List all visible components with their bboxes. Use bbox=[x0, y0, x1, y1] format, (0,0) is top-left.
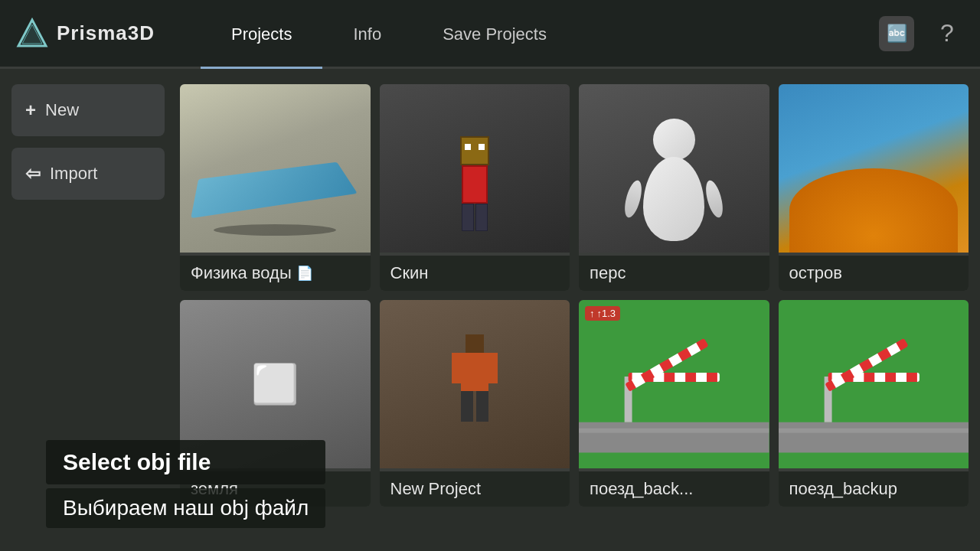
project-label-newproject: New Project bbox=[380, 471, 570, 507]
svg-rect-9 bbox=[579, 429, 769, 433]
import-button-label: Import bbox=[50, 164, 97, 184]
project-thumb-ostrov bbox=[779, 84, 969, 253]
nav-tabs: Projects Info Save Projects bbox=[201, 0, 879, 67]
project-label-skin: Скин bbox=[380, 256, 570, 291]
project-thumb-newproject bbox=[380, 300, 570, 468]
svg-rect-6 bbox=[461, 391, 473, 422]
skin-name: Скин bbox=[390, 263, 429, 283]
project-thumb-poezd2 bbox=[779, 300, 969, 468]
newproject-placeholder bbox=[380, 300, 570, 468]
svg-rect-4 bbox=[452, 353, 462, 383]
svg-rect-2 bbox=[466, 334, 484, 353]
mc-leg-r bbox=[475, 204, 488, 231]
project-thumb-skin bbox=[380, 84, 570, 253]
egg-arm-left bbox=[622, 179, 645, 220]
egg-person-shape bbox=[643, 119, 704, 241]
project-label-pers: перс bbox=[579, 256, 769, 291]
water-plane-shape bbox=[191, 161, 358, 218]
project-label-poezd1: поезд_back... bbox=[579, 471, 769, 507]
project-label-poezd2: поезд_backup bbox=[779, 471, 969, 507]
project-card-skin[interactable]: Скин bbox=[380, 84, 570, 291]
project-thumb-fisica bbox=[180, 84, 371, 253]
zemlya-placeholder: ⬜ bbox=[251, 362, 299, 406]
translate-button[interactable]: 🔤 bbox=[879, 16, 914, 51]
project-card-pers[interactable]: перс bbox=[579, 84, 769, 291]
barrier-svg1 bbox=[579, 315, 769, 453]
svg-rect-23 bbox=[825, 338, 908, 392]
newproject-name: New Project bbox=[390, 479, 482, 499]
poezd1-name: поезд_back... bbox=[590, 479, 693, 499]
new-button[interactable]: + New bbox=[11, 84, 165, 136]
island-dome-shape bbox=[789, 168, 958, 253]
prisma3d-logo-icon bbox=[15, 17, 49, 51]
translate-icon: 🔤 bbox=[887, 24, 907, 44]
svg-rect-17 bbox=[779, 422, 969, 453]
mc-head bbox=[460, 136, 489, 165]
doc-icon: 📄 bbox=[296, 265, 313, 282]
poezd2-name: поезд_backup bbox=[789, 479, 898, 499]
help-button[interactable]: ? bbox=[929, 16, 965, 51]
app-title: Prisma3D bbox=[57, 21, 155, 45]
version-badge1: ↑ ↑1.3 bbox=[585, 306, 620, 321]
overlay-text2: Выбираем наш obj файл bbox=[46, 488, 325, 528]
help-icon: ? bbox=[940, 19, 954, 47]
egg-arm-right bbox=[703, 179, 726, 220]
project-card-poezd1[interactable]: ↑ ↑1.3 поезд_back... bbox=[579, 300, 769, 507]
project-label-ostrov: остров bbox=[779, 256, 969, 291]
overlay-text1: Select obj file bbox=[46, 440, 325, 484]
pers-name: перс bbox=[590, 263, 626, 283]
ostrov-name: остров bbox=[789, 263, 842, 283]
badge-version: ↑1.3 bbox=[597, 308, 616, 319]
mc-legs bbox=[462, 204, 488, 231]
newproject-figure bbox=[444, 334, 505, 434]
app-header: Prisma3D Projects Info Save Projects 🔤 ? bbox=[0, 0, 980, 69]
barrier-container2 bbox=[779, 300, 969, 468]
mc-character-shape bbox=[460, 136, 489, 231]
barrier-svg2 bbox=[779, 315, 969, 453]
project-card-newproject[interactable]: New Project bbox=[380, 300, 570, 507]
project-card-ostrov[interactable]: остров bbox=[779, 84, 969, 291]
svg-rect-14 bbox=[625, 338, 708, 392]
logo-area: Prisma3D bbox=[15, 17, 155, 51]
svg-rect-18 bbox=[779, 429, 969, 433]
tab-projects[interactable]: Projects bbox=[201, 2, 322, 69]
fisica-name: Физика воды bbox=[191, 263, 292, 283]
water-shadow-shape bbox=[214, 224, 336, 236]
project-label-fisica: Физика воды 📄 bbox=[180, 256, 371, 291]
svg-rect-3 bbox=[461, 353, 488, 391]
svg-rect-5 bbox=[487, 353, 498, 383]
tab-save-projects[interactable]: Save Projects bbox=[412, 2, 577, 69]
tab-info[interactable]: Info bbox=[322, 2, 412, 69]
mc-body bbox=[462, 165, 488, 204]
badge-arrow: ↑ bbox=[590, 308, 595, 319]
project-card-fisica[interactable]: Физика воды 📄 bbox=[180, 84, 371, 291]
project-thumb-pers bbox=[579, 84, 769, 253]
import-icon: ⇦ bbox=[25, 163, 41, 184]
egg-head bbox=[653, 119, 695, 161]
svg-rect-7 bbox=[476, 391, 488, 422]
egg-body bbox=[643, 157, 704, 241]
overlay-container: Select obj file Выбираем наш obj файл bbox=[46, 440, 325, 528]
svg-rect-8 bbox=[579, 422, 769, 453]
barrier-container1 bbox=[579, 300, 769, 468]
import-button[interactable]: ⇦ Import bbox=[11, 148, 165, 200]
header-icons: 🔤 ? bbox=[879, 16, 965, 51]
project-thumb-poezd1: ↑ ↑1.3 bbox=[579, 300, 769, 468]
plus-icon: + bbox=[25, 99, 36, 121]
new-button-label: New bbox=[45, 100, 79, 120]
mc-leg-l bbox=[462, 204, 474, 231]
project-card-poezd2[interactable]: поезд_backup bbox=[779, 300, 969, 507]
